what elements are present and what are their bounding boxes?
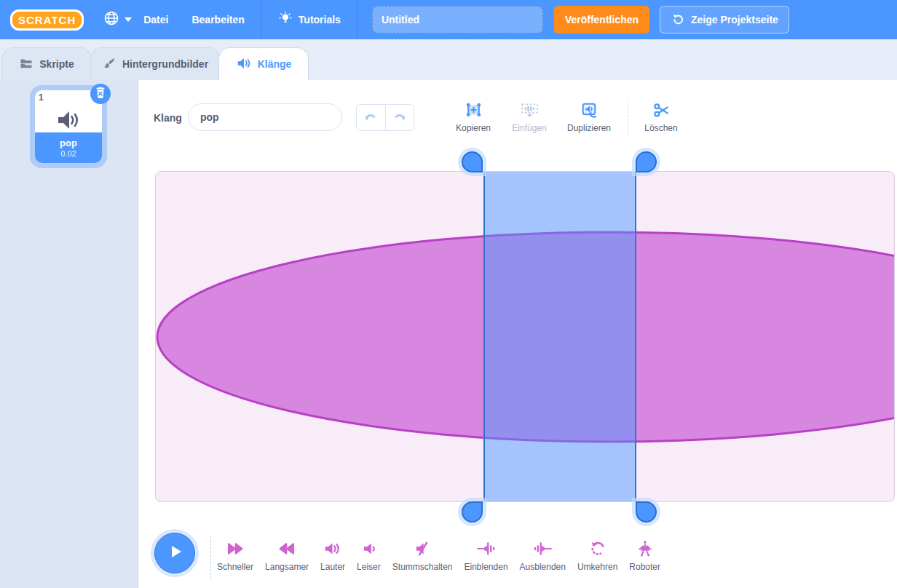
selection-handle-top-left[interactable]: [462, 151, 483, 172]
tab-hintergrundbilder[interactable]: Hintergrundbilder: [90, 47, 220, 80]
fast-forward-icon: [226, 539, 245, 558]
sound-name: pop: [60, 138, 77, 148]
sound-tile-card: 1 pop 0.02: [35, 90, 102, 163]
copy-label: Kopieren: [445, 123, 502, 133]
tutorials-label: Tutorials: [299, 14, 341, 25]
sound-index: 1: [39, 92, 44, 103]
top-menu-bar: SCRATCH Datei Bearbeiten Tutorials Veröf…: [0, 0, 897, 39]
globe-icon: [103, 9, 120, 30]
effect-leiser[interactable]: Leiser: [351, 539, 387, 572]
effects-toolbar: Schneller Langsamer Lauter: [211, 539, 666, 572]
paste-icon: [501, 98, 558, 120]
speaker-icon: [236, 55, 252, 74]
language-selector[interactable]: [103, 9, 132, 30]
reverse-icon: [588, 539, 607, 558]
robot-icon: [636, 539, 655, 558]
softer-icon: [359, 539, 378, 558]
sound-editor: Klang Kopieren: [138, 80, 897, 588]
sound-duration: 0.02: [60, 149, 76, 158]
delete-label: Löschen: [633, 123, 689, 133]
effect-umkehren[interactable]: Umkehren: [572, 539, 623, 572]
rewind-icon: [277, 539, 296, 558]
tab-klaenge[interactable]: Klänge: [218, 47, 309, 80]
effect-label: Umkehren: [577, 562, 617, 572]
trash-icon: [95, 87, 106, 101]
tab-label: Klänge: [258, 58, 292, 70]
effect-einblenden[interactable]: Einblenden: [459, 539, 514, 572]
effect-schneller[interactable]: Schneller: [211, 539, 259, 572]
code-blocks-icon: [19, 56, 33, 73]
selection-region[interactable]: [483, 172, 636, 502]
sound-list-panel: 1 pop 0.02: [0, 80, 138, 588]
selection-handle-bottom-left[interactable]: [462, 501, 483, 523]
sound-tile-pop[interactable]: 1 pop 0.02: [30, 85, 107, 168]
selection-handle-bottom-right[interactable]: [636, 501, 657, 523]
effect-langsamer[interactable]: Langsamer: [259, 539, 315, 572]
effect-label: Stummschalten: [392, 562, 453, 572]
project-page-icon: [671, 12, 685, 28]
topbar-divider: [357, 0, 357, 39]
menu-bearbeiten[interactable]: Bearbeiten: [180, 0, 256, 39]
editor-tab-bar: Skripte Hintergrundbilder Klänge: [0, 39, 897, 80]
project-page-button[interactable]: Zeige Projektseite: [660, 6, 789, 33]
effect-label: Roboter: [629, 562, 660, 572]
waveform-area: [155, 171, 895, 502]
fade-out-icon: [533, 539, 552, 558]
copy-icon: [445, 98, 502, 120]
effect-label: Langsamer: [265, 562, 309, 572]
chevron-down-icon: [125, 17, 132, 22]
effect-label: Einblenden: [465, 562, 508, 572]
louder-icon: [323, 539, 342, 558]
duplicate-button[interactable]: Duplizieren: [561, 98, 617, 133]
effect-ausblenden[interactable]: Ausblenden: [514, 539, 572, 572]
play-button[interactable]: [154, 533, 195, 573]
paste-label: Einfügen: [501, 123, 558, 133]
sound-tile-footer: pop 0.02: [35, 132, 102, 163]
tab-skripte[interactable]: Skripte: [1, 47, 92, 80]
copy-button[interactable]: Kopieren: [445, 98, 502, 133]
lightbulb-icon: [277, 11, 293, 29]
tab-label: Skripte: [39, 58, 74, 70]
project-title-input[interactable]: [372, 6, 543, 33]
effect-stummschalten[interactable]: Stummschalten: [387, 539, 459, 572]
publish-button[interactable]: Veröffentlichen: [554, 6, 649, 33]
effect-label: Schneller: [217, 562, 253, 572]
sound-name-label: Klang: [154, 112, 182, 124]
undo-redo-group: [356, 104, 414, 131]
scratch-logo[interactable]: SCRATCH: [10, 9, 84, 31]
selection-handle-top-right[interactable]: [636, 151, 657, 172]
delete-sound-button[interactable]: [90, 84, 111, 104]
project-page-label: Zeige Projektseite: [691, 14, 778, 25]
toolbar-divider: [628, 100, 628, 135]
paste-button[interactable]: Einfügen: [501, 98, 558, 133]
paintbrush-icon: [102, 56, 116, 73]
tutorials-button[interactable]: Tutorials: [266, 0, 352, 39]
waveform-canvas[interactable]: [155, 171, 895, 502]
effect-lauter[interactable]: Lauter: [315, 539, 351, 572]
topbar-divider: [261, 0, 261, 39]
tab-label: Hintergrundbilder: [122, 58, 208, 70]
effect-label: Leiser: [357, 562, 381, 572]
duplicate-label: Duplizieren: [561, 123, 617, 133]
effect-label: Lauter: [320, 562, 345, 572]
scissors-icon: [633, 98, 689, 120]
sound-speaker-icon: [56, 109, 81, 134]
undo-button[interactable]: [357, 105, 385, 130]
duplicate-icon: [561, 98, 617, 120]
play-icon: [165, 542, 184, 564]
delete-selection-button[interactable]: Löschen: [633, 98, 689, 133]
fade-in-icon: [477, 539, 496, 558]
mute-icon: [413, 539, 432, 558]
sound-name-input[interactable]: [188, 103, 342, 131]
menu-datei[interactable]: Datei: [132, 0, 180, 39]
effect-label: Ausblenden: [520, 562, 566, 572]
redo-button[interactable]: [385, 105, 414, 130]
effect-roboter[interactable]: Roboter: [623, 539, 666, 572]
